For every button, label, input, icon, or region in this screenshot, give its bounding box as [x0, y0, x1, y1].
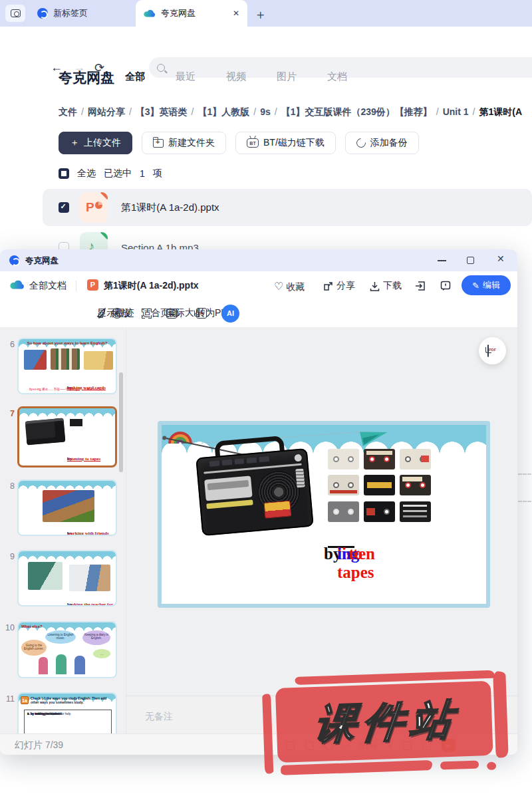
breadcrumb-item[interactable]: 【1】交互版课件（239份）【推荐】 — [281, 106, 432, 117]
file-row-pptx[interactable]: 第1课时(A 1a-2d).pptx — [43, 189, 532, 226]
speech-bubble: Going to the English corner. — [21, 640, 47, 656]
tab-doc[interactable]: 文档 — [327, 70, 347, 83]
screenshot-icon — [11, 9, 21, 17]
browser-tab-strip: 新标签页 夸克网盘 ✕ ＋ — [0, 0, 532, 27]
tab-close-icon[interactable]: ✕ — [233, 9, 239, 18]
to-pdf-button[interactable]: 转为PDF — [196, 308, 207, 319]
thumbnail-slide-9[interactable]: by asking the teacher for help — [17, 550, 117, 606]
fit-page-button[interactable]: 适合页面 — [142, 309, 152, 319]
stamp-frame — [440, 760, 479, 769]
slide-number: 9 — [3, 552, 15, 561]
stamp-frame — [281, 760, 432, 775]
new-folder-icon — [153, 139, 164, 148]
group-work-photo — [43, 490, 94, 522]
breadcrumb-item[interactable]: 9s — [260, 106, 271, 117]
page-title: 夸克网盘 — [59, 68, 114, 87]
upload-button[interactable]: ＋上传文件 — [59, 132, 132, 154]
tab-image[interactable]: 图片 — [277, 70, 297, 83]
thumbnail-slide-8[interactable]: by working with friends — [17, 479, 117, 536]
class-photo — [69, 565, 110, 591]
thumbnail-slide-7-selected[interactable]: by listening to tapes — [17, 406, 117, 467]
backup-icon — [354, 136, 368, 150]
document-header: 全部文档 P 第1课时(A 1a-2d).pptx ♡ 收藏 分享 下载 ✎编辑 — [0, 271, 517, 299]
save-to-drive-icon[interactable] — [415, 281, 426, 291]
quark-cloud-icon — [10, 279, 25, 290]
pdf-float-button[interactable] — [479, 337, 506, 364]
tab-recent[interactable]: 最近 — [176, 70, 196, 83]
viewer-toolbar: 显示墨迹 ▶ 播放 适合页面 1:1 实际大小 转为PDF AI — [0, 299, 517, 328]
teacher-photo — [28, 562, 63, 590]
breadcrumb-item[interactable]: 【3】英语类 — [136, 106, 188, 117]
thumbnail-slide-10[interactable]: What else? Listening to English music. K… — [17, 621, 117, 678]
select-all-checkbox[interactable] — [59, 168, 69, 179]
browser-tab-quark-drive[interactable]: 夸克网盘 ✕ — [136, 0, 247, 27]
breadcrumb-item[interactable]: Unit 1 — [443, 106, 469, 117]
new-tab-button[interactable]: ＋ — [254, 6, 267, 23]
notes-placeholder: 无备注 — [145, 711, 173, 723]
download-icon[interactable] — [370, 281, 380, 291]
screenshot-tool-button[interactable] — [5, 5, 25, 22]
tab-label: 夸克网盘 — [161, 7, 196, 19]
tapes-mini-grid — [70, 419, 112, 446]
breadcrumb-item[interactable]: 文件 — [59, 106, 77, 117]
stamp-body: 课件站 — [275, 681, 493, 763]
tab-video[interactable]: 视频 — [226, 70, 246, 83]
minimize-icon[interactable] — [438, 260, 446, 261]
breadcrumb-item[interactable]: 【1】人教版 — [198, 106, 249, 117]
slide-canvas-area: bylistening to tapes — [126, 328, 517, 696]
cassette-player-mini — [25, 418, 66, 446]
share-icon[interactable] — [323, 281, 333, 291]
stamp-frame — [487, 762, 496, 770]
slide-number: 6 — [3, 340, 15, 349]
edit-button[interactable]: ✎编辑 — [462, 275, 511, 295]
maximize-icon[interactable] — [467, 257, 474, 264]
cassette-tapes-image — [328, 449, 431, 523]
speech-bubble: Keeping a diary in English. — [82, 630, 110, 645]
slide-number-selected: 7 — [3, 409, 15, 418]
activity-badge: 1a — [21, 696, 29, 704]
pdf-convert-icon — [487, 344, 489, 357]
stamp-frame — [262, 694, 273, 773]
speech-bubble: … — [93, 649, 110, 658]
slide-number: 10 — [3, 623, 15, 632]
heart-icon: ♡ — [274, 281, 283, 292]
tab-all[interactable]: 全部 — [125, 70, 145, 83]
share-button[interactable]: 分享 — [336, 280, 355, 292]
slide-cloud-band — [162, 425, 486, 454]
file-name[interactable]: 第1课时(A 1a-2d).pptx — [121, 201, 219, 214]
select-all-label[interactable]: 全选 — [77, 168, 96, 180]
breadcrumb: 文件/网站分享/【3】英语类/【1】人教版/9s/【1】交互版课件（239份）【… — [59, 106, 531, 118]
bt-download-button[interactable]: BTBT/磁力链下载 — [235, 132, 336, 154]
browser-tab-newtab[interactable]: 新标签页 — [29, 0, 133, 27]
page-edge-dash — [518, 473, 531, 475]
pptx-chip-icon: P — [87, 279, 98, 291]
selection-bar: 全选 已选中 1 项 — [59, 168, 162, 180]
close-icon[interactable]: ✕ — [497, 253, 505, 264]
thumbnail-scrollbar[interactable] — [119, 372, 123, 472]
slide-number: 11 — [3, 694, 15, 704]
sticky-notes-image — [84, 351, 113, 370]
tab-label: 新标签页 — [53, 7, 88, 19]
ai-assistant-button[interactable]: AI — [221, 305, 239, 323]
new-folder-button[interactable]: 新建文件夹 — [142, 132, 226, 154]
card-box-image — [51, 348, 80, 370]
feedback-icon[interactable] — [440, 281, 451, 291]
row-checkbox-checked[interactable] — [59, 202, 69, 213]
thumbnail-slide-6[interactable]: So how about your ways to learn English?… — [17, 338, 117, 394]
thumbnail-slide-11[interactable]: 1a Check (√) the ways you study English.… — [17, 692, 117, 733]
cloud-band — [19, 408, 115, 416]
breadcrumb-item[interactable]: 网站分享 — [88, 106, 125, 117]
plus-icon: ＋ — [70, 137, 79, 149]
add-backup-button[interactable]: 添加备份 — [345, 132, 419, 154]
cloud-band — [19, 551, 116, 559]
stamp-frame — [493, 671, 509, 758]
word-cards-image — [24, 350, 47, 370]
speech-bubble: Listening to English music. — [45, 630, 76, 644]
slide-number: 8 — [3, 481, 15, 491]
window-titlebar[interactable]: 夸克网盘 ✕ — [0, 249, 517, 271]
slide-thumbnail-panel: 6 So how about your ways to learn Englis… — [0, 328, 126, 733]
all-docs-link[interactable]: 全部文档 — [29, 280, 66, 292]
download-button[interactable]: 下载 — [383, 280, 402, 292]
favorite-button[interactable]: ♡ 收藏 — [274, 280, 305, 293]
quark-cloud-icon — [144, 9, 156, 18]
